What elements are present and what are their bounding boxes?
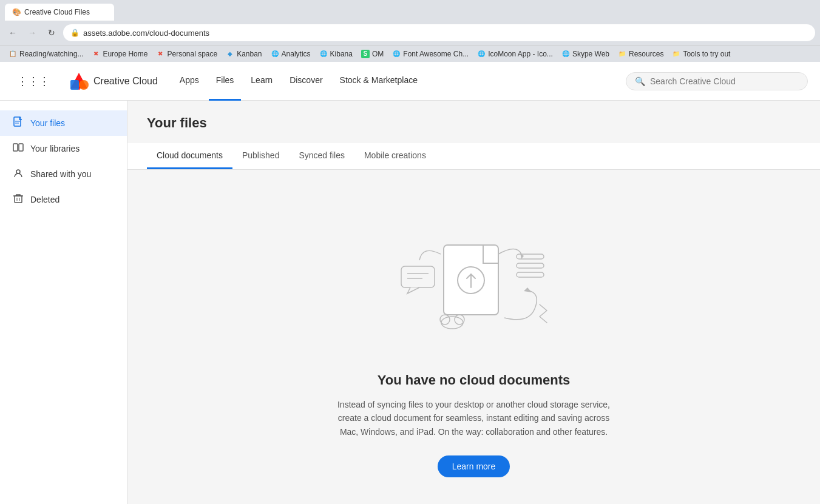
tab-title: Creative Cloud Files bbox=[24, 8, 90, 16]
sidebar-item-your-files[interactable]: Your files bbox=[0, 110, 127, 136]
bookmark-label-icomoon: IcoMoon App - Ico... bbox=[488, 50, 553, 58]
bookmark-favicon-kanban: ◆ bbox=[226, 50, 234, 58]
waffle-menu-button[interactable]: ⋮⋮⋮ bbox=[12, 70, 55, 93]
sidebar-item-label-your-files: Your files bbox=[30, 118, 65, 128]
lock-icon: 🔒 bbox=[70, 29, 80, 37]
bookmark-icomoon[interactable]: 🌐 IcoMoon App - Ico... bbox=[473, 49, 557, 59]
bookmark-label-kanban: Kanban bbox=[237, 50, 262, 58]
top-nav: ⋮⋮⋮ Creative Cloud Apps Files Learn Disc… bbox=[0, 62, 820, 101]
bookmark-favicon-icomoon: 🌐 bbox=[477, 50, 486, 58]
bookmark-label-personal: Personal space bbox=[167, 50, 217, 58]
shared-icon bbox=[12, 167, 24, 181]
bookmark-label-kibana: Kibana bbox=[330, 50, 353, 58]
bookmark-favicon-skype: 🌐 bbox=[561, 50, 570, 58]
browser-chrome: 🎨 Creative Cloud Files ← → ↻ 🔒 assets.ad… bbox=[0, 0, 820, 62]
bookmark-label-skype: Skype Web bbox=[572, 50, 609, 58]
sidebar-item-shared-with-you[interactable]: Shared with you bbox=[0, 161, 127, 187]
app: ⋮⋮⋮ Creative Cloud Apps Files Learn Disc… bbox=[0, 62, 820, 504]
tab-published[interactable]: Published bbox=[232, 143, 290, 169]
bookmark-resources[interactable]: 📁 Resources bbox=[614, 49, 667, 59]
bookmark-label-om: OM bbox=[372, 50, 384, 58]
bookmark-label-tools: Tools to try out bbox=[683, 50, 730, 58]
bookmark-font-awesome[interactable]: 🌐 Font Awesome Ch... bbox=[388, 49, 472, 59]
empty-state-description: Instead of syncing files to your desktop… bbox=[328, 398, 620, 438]
svg-rect-19 bbox=[401, 266, 435, 287]
back-button[interactable]: ← bbox=[5, 25, 21, 41]
empty-illustration bbox=[389, 221, 559, 354]
empty-state-title: You have no cloud documents bbox=[378, 372, 570, 388]
sidebar-item-your-libraries[interactable]: Your libraries bbox=[0, 136, 127, 161]
bookmark-tools[interactable]: 📁 Tools to try out bbox=[668, 49, 734, 59]
nav-link-files[interactable]: Files bbox=[209, 62, 242, 101]
svg-marker-26 bbox=[524, 287, 532, 292]
svg-point-16 bbox=[441, 317, 463, 329]
bookmark-om[interactable]: S OM bbox=[357, 49, 387, 59]
bookmark-label-europe: Europe Home bbox=[103, 50, 147, 58]
svg-rect-24 bbox=[517, 272, 544, 277]
sidebar: Your files Your libraries bbox=[0, 101, 127, 504]
tab-mobile-creations[interactable]: Mobile creations bbox=[354, 143, 436, 169]
bookmarks-bar: 📋 Reading/watching... ✖ Europe Home ✖ Pe… bbox=[0, 45, 820, 62]
content-tabs: Cloud documents Published Synced files M… bbox=[127, 143, 820, 170]
svg-rect-8 bbox=[13, 144, 18, 151]
bookmark-reading[interactable]: 📋 Reading/watching... bbox=[5, 49, 87, 59]
reload-button[interactable]: ↻ bbox=[44, 25, 59, 41]
content-area: Your files Your libraries bbox=[0, 101, 820, 504]
search-icon: 🔍 bbox=[635, 76, 645, 86]
bookmark-favicon-kibana: 🌐 bbox=[319, 50, 328, 58]
learn-more-button[interactable]: Learn more bbox=[438, 455, 510, 477]
bookmark-favicon-personal: ✖ bbox=[156, 50, 164, 58]
nav-link-learn[interactable]: Learn bbox=[243, 62, 280, 101]
nav-link-apps[interactable]: Apps bbox=[172, 62, 206, 101]
bookmark-favicon-analytics: 🌐 bbox=[271, 50, 279, 58]
search-input[interactable] bbox=[650, 76, 799, 86]
bookmark-favicon-europe: ✖ bbox=[92, 50, 100, 58]
bookmark-kanban[interactable]: ◆ Kanban bbox=[222, 49, 265, 59]
tab-synced-files[interactable]: Synced files bbox=[289, 143, 354, 169]
svg-rect-23 bbox=[517, 263, 544, 268]
address-text: assets.adobe.com/cloud-documents bbox=[83, 29, 209, 38]
sidebar-item-deleted[interactable]: Deleted bbox=[0, 187, 127, 212]
bookmark-favicon-resources: 📁 bbox=[618, 50, 626, 58]
svg-point-18 bbox=[455, 315, 464, 324]
bookmark-favicon-tools: 📁 bbox=[672, 50, 680, 58]
empty-state: You have no cloud documents Instead of s… bbox=[147, 184, 801, 504]
main-content: Your files Cloud documents Published Syn… bbox=[127, 101, 820, 504]
svg-rect-11 bbox=[15, 196, 22, 203]
bookmark-label-resources: Resources bbox=[629, 50, 663, 58]
svg-point-10 bbox=[16, 170, 20, 173]
bookmark-label-reading: Reading/watching... bbox=[19, 50, 83, 58]
sidebar-item-label-shared-with-you: Shared with you bbox=[30, 169, 91, 179]
search-bar[interactable]: 🔍 bbox=[626, 72, 808, 90]
bookmark-favicon-om: S bbox=[361, 50, 370, 58]
brand-logo-icon bbox=[69, 72, 89, 91]
bookmark-skype[interactable]: 🌐 Skype Web bbox=[558, 49, 613, 59]
bookmark-europe-home[interactable]: ✖ Europe Home bbox=[88, 49, 151, 59]
nav-link-stock[interactable]: Stock & Marketplace bbox=[333, 62, 425, 101]
brand-logo-link[interactable]: Creative Cloud bbox=[69, 72, 158, 91]
bookmark-kibana[interactable]: 🌐 Kibana bbox=[316, 49, 356, 59]
active-tab[interactable]: 🎨 Creative Cloud Files bbox=[5, 4, 114, 21]
sidebar-item-label-deleted: Deleted bbox=[30, 195, 59, 204]
bookmark-personal-space[interactable]: ✖ Personal space bbox=[152, 49, 221, 59]
file-icon bbox=[12, 116, 24, 130]
browser-tab-bar: 🎨 Creative Cloud Files bbox=[0, 0, 820, 21]
tab-cloud-documents[interactable]: Cloud documents bbox=[147, 143, 232, 169]
svg-rect-9 bbox=[19, 144, 23, 151]
main-nav: Apps Files Learn Discover Stock & Market… bbox=[172, 62, 425, 101]
bookmark-analytics[interactable]: 🌐 Analytics bbox=[267, 49, 314, 59]
address-bar[interactable]: 🔒 assets.adobe.com/cloud-documents bbox=[63, 24, 815, 41]
bookmark-label-analytics: Analytics bbox=[282, 50, 311, 58]
forward-button[interactable]: → bbox=[24, 25, 40, 41]
browser-nav-bar: ← → ↻ 🔒 assets.adobe.com/cloud-documents bbox=[0, 21, 820, 45]
svg-point-17 bbox=[440, 315, 450, 324]
bookmark-favicon-font-awesome: 🌐 bbox=[392, 50, 401, 58]
nav-link-discover[interactable]: Discover bbox=[282, 62, 330, 101]
svg-rect-4 bbox=[70, 80, 79, 90]
page-title: Your files bbox=[147, 115, 801, 131]
svg-point-3 bbox=[79, 80, 89, 90]
brand-name: Creative Cloud bbox=[93, 76, 158, 87]
libraries-icon bbox=[12, 142, 24, 155]
trash-icon bbox=[12, 193, 24, 206]
bookmark-label-font-awesome: Font Awesome Ch... bbox=[403, 50, 469, 58]
